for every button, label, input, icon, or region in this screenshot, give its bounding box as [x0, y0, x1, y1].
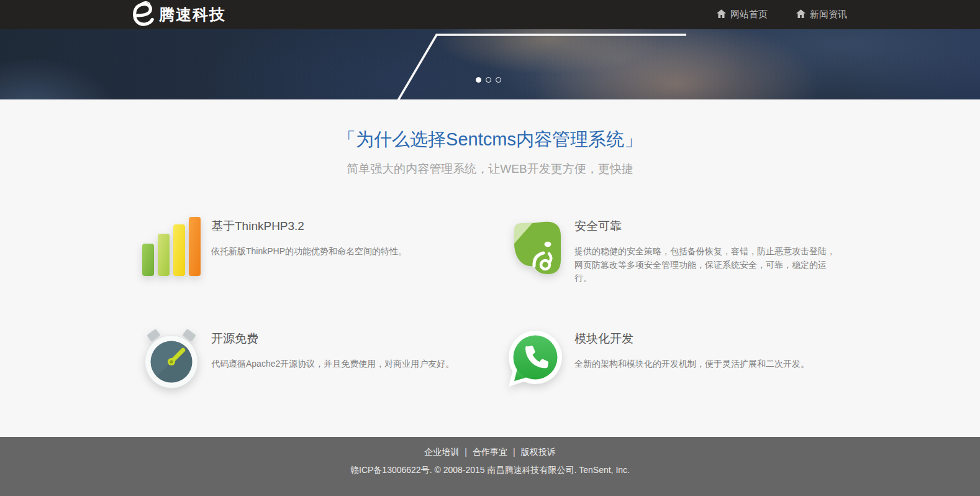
main-content: 「为什么选择Sentcms内容管理系统」 简单强大的内容管理系统，让WEB开发更… [0, 99, 980, 437]
nav-item-label: 网站首页 [730, 9, 768, 21]
footer-separator: | [465, 446, 467, 458]
copyright-text: 赣ICP备13006622号. © 2008-2015 南昌腾速科技有限公司. … [0, 464, 980, 475]
feature-grid: 基于ThinkPHP3.2 依托新版ThinkPHP的功能优势和命名空间的特性。… [142, 216, 838, 388]
feature-description: 依托新版ThinkPHP的功能优势和命名空间的特性。 [211, 245, 407, 259]
home-icon [796, 9, 805, 20]
footer-separator: | [513, 446, 515, 458]
nav-item-home[interactable]: 网站首页 [717, 9, 768, 21]
whatsapp-icon [505, 329, 565, 388]
feature-opensource: 开源免费 代码遵循Apache2开源协议，并且免费使用，对商业用户友好。 [142, 329, 505, 388]
hero-carousel-banner [0, 29, 980, 99]
page-subtitle: 简单强大的内容管理系统，让WEB开发更方便，更快捷 [0, 160, 980, 178]
page-title: 「为什么选择Sentcms内容管理系统」 [0, 127, 980, 152]
feature-description: 代码遵循Apache2开源协议，并且免费使用，对商业用户友好。 [211, 357, 454, 371]
hero-diagonal-line-decoration [0, 29, 980, 99]
feature-description: 全新的架构和模块化的开发机制，便于灵活扩展和二次开发。 [574, 357, 809, 371]
footer-link-training[interactable]: 企业培训 [424, 446, 459, 458]
footer-link-cooperation[interactable]: 合作事宜 [473, 446, 507, 458]
feature-modular: 模块化开发 全新的架构和模块化的开发机制，便于灵活扩展和二次开发。 [505, 329, 838, 388]
bar-chart-icon [142, 216, 201, 276]
logo-text: 腾速科技 [159, 4, 226, 25]
feature-description: 提供的稳健的安全策略，包括备份恢复，容错，防止恶意攻击登陆，网页防篡改等多项安全… [574, 245, 838, 285]
footer-links: 企业培训 | 合作事宜 | 版权投诉 [0, 446, 980, 458]
site-logo[interactable]: 腾速科技 [133, 1, 226, 29]
carousel-dot-1[interactable] [476, 77, 481, 83]
feature-title: 基于ThinkPHP3.2 [211, 218, 407, 234]
carousel-dot-2[interactable] [486, 77, 491, 83]
feature-title: 安全可靠 [574, 218, 838, 234]
main-nav: 网站首页 新闻资讯 [688, 9, 847, 21]
feature-security: 安全可靠 提供的稳健的安全策略，包括备份恢复，容错，防止恶意攻击登陆，网页防篡改… [505, 216, 838, 285]
feature-title: 开源免费 [211, 331, 454, 347]
elephant-icon [505, 216, 565, 276]
logo-dragon-e-icon [133, 1, 154, 29]
carousel-dots [476, 77, 501, 83]
nav-item-news[interactable]: 新闻资讯 [796, 9, 847, 21]
home-icon [717, 9, 726, 20]
page-footer: 企业培训 | 合作事宜 | 版权投诉 赣ICP备13006622号. © 200… [0, 437, 980, 496]
carousel-dot-3[interactable] [496, 77, 501, 83]
feature-thinkphp: 基于ThinkPHP3.2 依托新版ThinkPHP的功能优势和命名空间的特性。 [142, 216, 505, 285]
feature-title: 模块化开发 [574, 331, 809, 347]
top-header-bar: 腾速科技 网站首页 新闻资讯 [0, 0, 980, 29]
footer-link-copyright-complaint[interactable]: 版权投诉 [521, 446, 556, 458]
nav-item-label: 新闻资讯 [810, 9, 847, 21]
stopwatch-icon [142, 329, 201, 388]
